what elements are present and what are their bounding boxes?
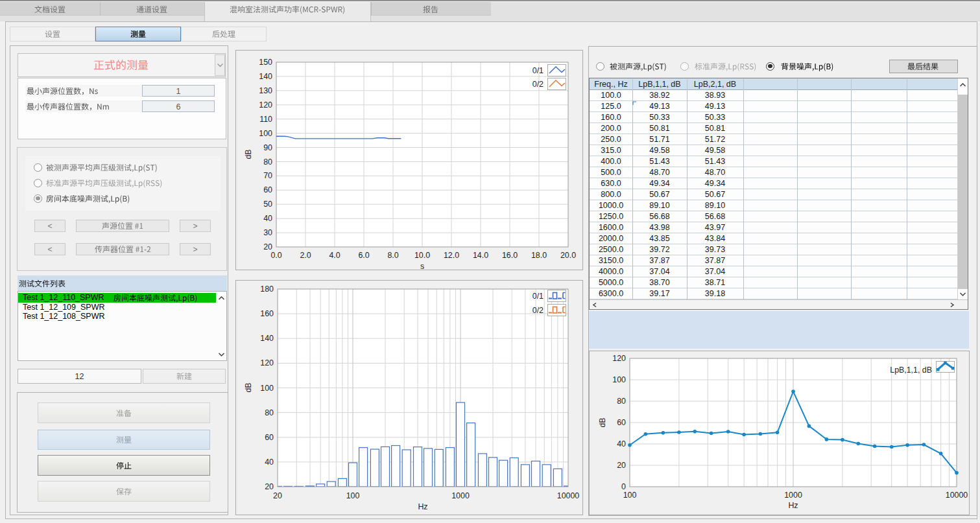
svg-text:0/2: 0/2 [532,80,544,89]
svg-text:18.0: 18.0 [531,251,547,260]
svg-text:8.0: 8.0 [387,251,398,260]
svg-text:0/2: 0/2 [532,306,544,315]
svg-text:20: 20 [617,461,626,470]
svg-text:s: s [420,262,424,270]
svg-text:40: 40 [617,439,626,448]
svg-text:20: 20 [273,491,282,500]
svg-text:10000: 10000 [946,491,968,500]
svg-text:4.0: 4.0 [329,251,340,260]
svg-text:60: 60 [263,185,272,194]
svg-text:70: 70 [263,171,272,180]
svg-text:30: 30 [263,228,272,237]
svg-text:0/1: 0/1 [532,66,544,75]
svg-text:120: 120 [260,358,274,367]
svg-text:130: 130 [259,86,272,95]
svg-text:140: 140 [260,334,274,343]
svg-text:90: 90 [263,143,272,152]
svg-text:60: 60 [265,433,274,442]
svg-text:12.0: 12.0 [444,251,459,260]
svg-text:110: 110 [259,115,272,124]
svg-text:0/1: 0/1 [532,292,544,301]
svg-text:100: 100 [260,384,274,393]
svg-text:14.0: 14.0 [473,251,488,260]
svg-text:60: 60 [617,418,626,427]
svg-text:2.0: 2.0 [300,251,311,260]
svg-text:1000: 1000 [451,491,470,500]
svg-text:40: 40 [265,458,274,467]
svg-text:20.0: 20.0 [560,251,576,260]
svg-text:100: 100 [259,129,272,138]
svg-text:0.0: 0.0 [270,251,281,260]
svg-text:Hz: Hz [788,501,798,510]
svg-text:50: 50 [263,200,272,209]
svg-text:16.0: 16.0 [502,251,518,260]
svg-text:80: 80 [263,157,272,167]
svg-text:10.0: 10.0 [414,251,430,260]
svg-text:100: 100 [346,491,360,500]
svg-text:80: 80 [265,408,274,417]
svg-text:120: 120 [259,100,272,110]
svg-text:Hz: Hz [418,502,427,511]
svg-text:20: 20 [265,482,274,491]
svg-text:150: 150 [259,58,272,67]
svg-text:120: 120 [612,354,626,363]
svg-text:0: 0 [621,482,626,491]
svg-text:6.0: 6.0 [358,251,369,260]
svg-text:dB: dB [244,382,253,392]
svg-text:dB: dB [244,149,253,159]
svg-text:20: 20 [263,242,272,251]
svg-text:100: 100 [623,491,637,500]
svg-text:40: 40 [263,214,272,223]
svg-text:100: 100 [612,375,626,384]
svg-text:160: 160 [260,309,274,318]
svg-text:10000: 10000 [557,491,580,500]
svg-text:1000: 1000 [784,491,802,500]
svg-text:dB: dB [598,417,607,427]
svg-text:80: 80 [617,397,626,406]
svg-text:140: 140 [259,72,272,81]
svg-text:LpB,1,1, dB: LpB,1,1, dB [890,366,932,375]
svg-text:180: 180 [260,285,274,294]
